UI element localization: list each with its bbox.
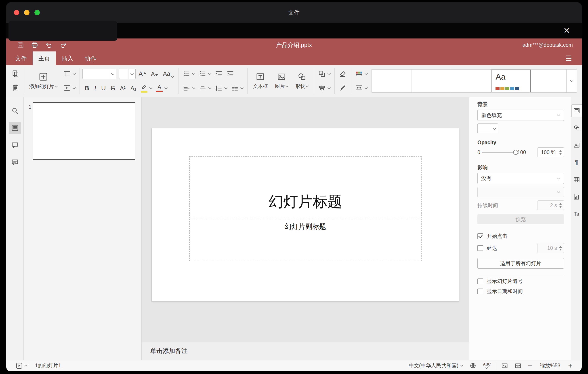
spinner-arrows-icon[interactable] (559, 150, 564, 155)
redo-button[interactable] (58, 41, 68, 49)
opacity-slider[interactable] (482, 152, 516, 153)
table-settings-tab[interactable] (571, 173, 582, 186)
effect-option-select[interactable] (477, 187, 564, 197)
tab-insert[interactable]: 插入 (56, 51, 79, 65)
sidebar-search-button[interactable] (9, 104, 21, 117)
insert-image-button[interactable]: 图片 (272, 71, 291, 91)
bullets-button[interactable] (181, 69, 196, 78)
add-slide-button[interactable]: 添加幻灯片 (27, 71, 60, 91)
delay-checkbox[interactable] (477, 245, 483, 251)
paste-button[interactable] (10, 83, 21, 93)
main-area: 1 幻灯片标题 幻灯片副标题 单击添加备注 背景 颜色填充 Opacity (6, 97, 582, 360)
tab-file[interactable]: 文件 (9, 51, 33, 65)
font-name-combobox[interactable] (83, 69, 116, 79)
paragraph-settings-tab[interactable]: ¶ (571, 156, 582, 169)
language-button[interactable]: 中文(中华人民共和国) (407, 361, 464, 370)
preview-button[interactable]: 预览 (477, 214, 564, 224)
start-slideshow-button[interactable] (62, 83, 77, 93)
numbering-button[interactable] (197, 69, 212, 78)
slide-canvas[interactable]: 幻灯片标题 幻灯片副标题 (142, 97, 469, 342)
tab-home[interactable]: 主页 (33, 51, 56, 65)
spellcheck-button[interactable]: ABC (482, 362, 492, 370)
font-size-combobox[interactable] (119, 69, 136, 79)
highlight-color-button[interactable] (139, 83, 154, 93)
color-scheme-button[interactable] (354, 69, 369, 78)
fit-width-button[interactable] (513, 362, 523, 370)
font-color-button[interactable]: A (154, 83, 169, 93)
clear-style-button[interactable] (337, 69, 348, 78)
start-on-click-checkbox[interactable] (477, 233, 483, 239)
decrease-font-button[interactable]: A (149, 70, 160, 78)
theme-tile[interactable] (451, 70, 491, 92)
chart-settings-tab[interactable] (571, 191, 582, 203)
sidebar-comments-button[interactable] (9, 139, 21, 152)
tab-collaboration[interactable]: 协作 (79, 51, 102, 65)
superscript-button[interactable]: A² (118, 84, 127, 92)
show-date-time-checkbox[interactable] (477, 288, 483, 294)
slide-size-button[interactable] (354, 83, 369, 93)
sidebar-slides-button[interactable] (9, 122, 21, 134)
increase-font-button[interactable]: A (136, 69, 148, 78)
effect-select[interactable]: 没有 (477, 173, 564, 184)
spinner-arrows-icon[interactable] (559, 203, 564, 208)
copy-style-button[interactable] (337, 83, 348, 93)
textart-settings-tab[interactable]: Ta (571, 208, 582, 220)
slide-thumbnail[interactable] (33, 102, 135, 160)
font-name-dropdown[interactable] (109, 69, 116, 79)
decrease-indent-button[interactable] (213, 69, 224, 78)
print-button[interactable] (30, 41, 40, 49)
start-slideshow-status-button[interactable] (14, 362, 29, 370)
underline-button[interactable]: U (99, 84, 108, 93)
title-placeholder[interactable]: 幻灯片标题 (189, 156, 421, 218)
sidebar-chat-button[interactable] (9, 156, 21, 169)
horizontal-align-button[interactable] (181, 83, 196, 93)
bold-button[interactable]: B (83, 84, 91, 93)
delay-input[interactable]: 10 s (537, 243, 564, 253)
slide-layout-button[interactable] (62, 69, 77, 78)
strikethrough-button[interactable]: S (109, 84, 117, 93)
slide[interactable]: 幻灯片标题 幻灯片副标题 (152, 128, 459, 301)
theme-tile-selected[interactable]: Aa (491, 70, 531, 92)
hamburger-menu-icon[interactable]: ☰ (566, 54, 572, 63)
close-icon[interactable]: ✕ (563, 27, 570, 35)
spinner-arrows-icon[interactable] (559, 246, 564, 251)
apply-to-all-slides-button[interactable]: 适用于所有幻灯片 (477, 258, 564, 269)
image-settings-tab[interactable] (571, 139, 582, 152)
minimize-window-button[interactable] (24, 10, 30, 15)
columns-button[interactable] (230, 83, 245, 93)
duration-input[interactable]: 2 s (537, 200, 564, 210)
zoom-out-button[interactable]: − (526, 362, 534, 369)
theme-gallery-expand-button[interactable] (566, 70, 577, 92)
notes-area[interactable]: 单击添加备注 (142, 342, 469, 360)
increase-indent-button[interactable] (225, 69, 236, 78)
opacity-slider-knob[interactable] (513, 150, 518, 155)
align-shapes-button[interactable] (316, 83, 332, 93)
insert-textbox-button[interactable]: 文本框 (250, 71, 270, 91)
theme-tile[interactable] (372, 70, 411, 92)
copy-button[interactable] (10, 69, 21, 78)
theme-tile[interactable] (411, 70, 451, 92)
line-spacing-button[interactable] (213, 83, 229, 93)
italic-button[interactable]: I (92, 84, 98, 93)
shape-settings-tab[interactable] (571, 122, 582, 134)
color-picker-dropdown[interactable] (491, 124, 498, 133)
vertical-align-button[interactable] (197, 83, 212, 93)
show-slide-number-checkbox[interactable] (477, 278, 483, 284)
document-language-button[interactable] (468, 362, 478, 370)
background-color-picker[interactable] (477, 123, 498, 133)
insert-shape-button[interactable]: 形状 (293, 71, 311, 91)
close-window-button[interactable] (14, 10, 19, 15)
arrange-shapes-button[interactable] (316, 69, 332, 78)
zoom-window-button[interactable] (34, 10, 40, 15)
zoom-in-button[interactable]: + (567, 362, 574, 369)
slide-settings-tab[interactable] (571, 104, 582, 117)
save-button[interactable] (15, 41, 25, 49)
background-fill-select[interactable]: 颜色填充 (477, 110, 564, 121)
change-case-button[interactable]: Aa (161, 70, 176, 78)
font-size-dropdown[interactable] (128, 69, 135, 79)
subtitle-placeholder[interactable]: 幻灯片副标题 (189, 219, 421, 261)
undo-button[interactable] (44, 41, 54, 49)
subscript-button[interactable]: A₂ (128, 84, 138, 92)
fit-slide-button[interactable] (500, 362, 510, 370)
opacity-value-input[interactable]: 100 % (537, 147, 564, 157)
